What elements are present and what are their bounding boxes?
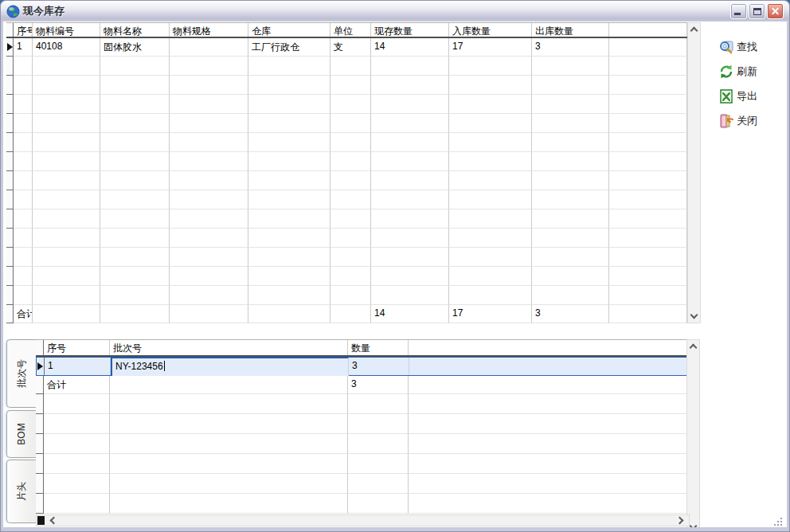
maximize-icon — [753, 8, 761, 15]
col-batch-seq[interactable]: 序号 — [44, 340, 110, 355]
empty-row — [36, 494, 690, 514]
col-batch-qty[interactable]: 数量 — [348, 340, 409, 355]
scroll-left-icon[interactable] — [50, 517, 58, 525]
cell-material-name[interactable]: 固体胶水 — [100, 38, 170, 57]
scroll-down-icon[interactable] — [690, 311, 698, 319]
tab-bom[interactable]: BOM — [6, 410, 36, 458]
batch-horizontal-scrollbar[interactable] — [36, 514, 690, 526]
close-form-button-label: 关闭 — [737, 114, 757, 128]
empty-row — [36, 474, 690, 494]
empty-row — [6, 133, 687, 152]
window-title: 现今库存 — [23, 4, 65, 18]
resize-grip[interactable] — [772, 515, 782, 526]
scroll-down-icon[interactable] — [690, 522, 698, 527]
text-caret — [164, 361, 165, 371]
cell-material-code[interactable]: 40108 — [33, 38, 100, 57]
title-bar[interactable]: 现今库存 — [1, 1, 789, 22]
col-unit[interactable]: 单位 — [330, 23, 371, 37]
cell-material-spec[interactable] — [170, 38, 248, 57]
action-panel: 查找 刷新 导出 — [709, 39, 787, 129]
excel-icon — [718, 88, 734, 104]
empty-row — [36, 454, 690, 474]
scroll-up-icon[interactable] — [690, 27, 698, 35]
batch-total-row: 合计 3 — [36, 376, 690, 394]
search-button-label: 查找 — [737, 40, 757, 54]
empty-row — [6, 171, 687, 190]
col-warehouse[interactable]: 仓库 — [248, 23, 330, 37]
empty-row — [6, 286, 687, 305]
tab-batch-number-label: 批次号 — [15, 359, 29, 388]
app-window: 现今库存 序号 物料编号 物料名称 物料规格 仓库 单位 现存数量 入库数量 出… — [0, 0, 790, 532]
inventory-grid: 序号 物料编号 物料名称 物料规格 仓库 单位 现存数量 入库数量 出库数量 1… — [6, 22, 687, 323]
empty-row — [6, 114, 687, 133]
row-indicator — [37, 358, 45, 375]
batch-no-value: NY-123456 — [115, 361, 163, 372]
batch-row-selected[interactable]: 1 NY-123456 3 — [36, 357, 690, 376]
current-row-arrow-icon — [7, 43, 13, 51]
maximize-button[interactable] — [749, 3, 765, 19]
cell-qty-onhand[interactable]: 14 — [371, 38, 449, 57]
cell-blank — [609, 38, 687, 57]
col-material-name[interactable]: 物料名称 — [100, 23, 170, 37]
batch-vertical-scrollbar[interactable] — [686, 339, 700, 527]
empty-row — [6, 57, 687, 76]
col-qty-out[interactable]: 出库数量 — [532, 23, 609, 37]
refresh-button[interactable]: 刷新 — [709, 64, 787, 80]
globe-app-icon — [6, 5, 20, 18]
minimize-button[interactable] — [730, 3, 747, 19]
scrollbar-thumb[interactable] — [37, 516, 45, 525]
close-button[interactable] — [767, 3, 784, 19]
header-indicator-cell — [6, 23, 14, 37]
col-qty-in[interactable]: 入库数量 — [449, 23, 532, 37]
total-qty-in: 17 — [449, 305, 532, 323]
cell-qty-out[interactable]: 3 — [532, 38, 609, 57]
empty-row — [36, 394, 690, 414]
cell-warehouse[interactable]: 工厂行政仓 — [248, 38, 330, 57]
inventory-vertical-scrollbar[interactable] — [687, 22, 701, 323]
tab-bom-label: BOM — [16, 423, 27, 444]
inventory-grid-header: 序号 物料编号 物料名称 物料规格 仓库 单位 现存数量 入库数量 出库数量 — [6, 22, 687, 38]
close-form-button[interactable]: 关闭 — [709, 113, 787, 129]
export-button[interactable]: 导出 — [709, 88, 787, 104]
empty-rows — [6, 57, 687, 305]
col-batch-no[interactable]: 批次号 — [110, 340, 348, 355]
col-seq[interactable]: 序号 — [14, 23, 33, 37]
refresh-button-label: 刷新 — [737, 65, 757, 79]
total-label: 合计 — [14, 305, 33, 323]
minimize-icon — [734, 13, 741, 15]
cell-qty-in[interactable]: 17 — [449, 38, 532, 57]
cell-unit[interactable]: 支 — [330, 38, 371, 57]
batch-grid: 序号 批次号 数量 1 NY-123456 3 合计 3 — [36, 339, 690, 514]
empty-row — [36, 434, 690, 454]
empty-row — [6, 95, 687, 114]
col-qty-onhand[interactable]: 现存数量 — [371, 23, 449, 37]
scroll-up-icon[interactable] — [690, 344, 698, 352]
search-button[interactable]: 查找 — [709, 39, 787, 55]
current-row-arrow-icon — [37, 362, 43, 370]
refresh-icon — [718, 64, 734, 80]
exit-door-icon — [718, 113, 734, 129]
close-icon — [768, 4, 783, 18]
empty-row — [6, 229, 687, 248]
tab-third-label: 片头 — [15, 482, 29, 501]
cell-seq[interactable]: 1 — [14, 38, 33, 57]
magnifier-icon — [718, 39, 734, 55]
batch-no-editor[interactable]: NY-123456 — [111, 357, 349, 376]
batch-grid-header: 序号 批次号 数量 — [36, 339, 690, 357]
tab-third[interactable]: 片头 — [6, 460, 36, 523]
empty-row — [6, 209, 687, 229]
empty-row — [36, 414, 690, 434]
table-row[interactable]: 1 40108 固体胶水 工厂行政仓 支 14 17 3 — [6, 38, 687, 57]
cell-batch-qty[interactable]: 3 — [349, 358, 409, 375]
cell-batch-seq[interactable]: 1 — [45, 358, 111, 375]
col-material-spec[interactable]: 物料规格 — [170, 23, 248, 37]
empty-row — [6, 76, 687, 95]
total-qty-out: 3 — [532, 305, 609, 323]
client-area: 序号 物料编号 物料名称 物料规格 仓库 单位 现存数量 入库数量 出库数量 1… — [3, 22, 787, 527]
scroll-right-icon[interactable] — [676, 517, 684, 525]
tab-batch-number[interactable]: 批次号 — [6, 339, 36, 408]
total-qty-onhand: 14 — [371, 305, 449, 323]
col-material-code[interactable]: 物料编号 — [33, 23, 100, 37]
export-button-label: 导出 — [737, 89, 757, 104]
empty-row — [6, 267, 687, 286]
